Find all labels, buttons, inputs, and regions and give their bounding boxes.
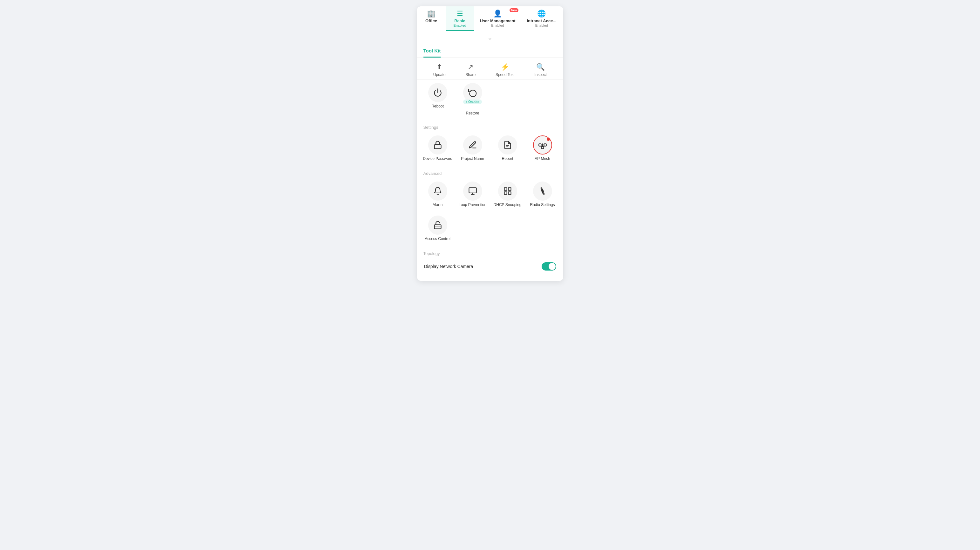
tab-basic[interactable]: ☰ Basic Enabled xyxy=(446,6,474,31)
tab-intranet-access[interactable]: 🌐 Intranet Acce... Enabled xyxy=(521,6,562,31)
ap-mesh-label: AP Mesh xyxy=(535,156,550,161)
intranet-icon: 🌐 xyxy=(537,10,546,18)
settings-ap-mesh[interactable]: AP Mesh xyxy=(525,132,560,164)
dhcp-snooping-label: DHCP Snooping xyxy=(494,202,522,207)
advanced-access-control[interactable]: Access Control xyxy=(420,212,455,244)
alarm-label: Alarm xyxy=(433,202,442,207)
display-network-camera-label: Display Network Camera xyxy=(424,264,473,269)
svg-rect-13 xyxy=(508,188,511,190)
svg-rect-15 xyxy=(508,192,511,194)
action-reboot[interactable]: Reboot xyxy=(420,80,455,118)
device-password-icon-circle xyxy=(428,136,447,155)
access-control-label: Access Control xyxy=(425,236,450,242)
project-name-label: Project Name xyxy=(461,156,484,161)
access-control-icon-circle xyxy=(428,215,447,234)
advanced-grid: Alarm Loop Prevention xyxy=(417,179,563,213)
access-control-grid: Access Control xyxy=(417,212,563,247)
action-restore[interactable]: ↕ On-site Restore xyxy=(455,80,490,118)
tab-user-mgmt-subtitle: Enabled xyxy=(491,24,504,27)
svg-rect-1 xyxy=(434,145,441,149)
advanced-radio-settings[interactable]: Radio Settings xyxy=(525,179,560,210)
action-update[interactable]: ⬆ Update xyxy=(433,63,446,77)
speed-test-label: Speed Test xyxy=(496,72,515,77)
chevron-down-icon: ⌄ xyxy=(487,34,493,41)
tab-basic-title: Basic xyxy=(454,18,465,23)
radio-settings-icon-circle xyxy=(533,182,552,201)
new-badge: New xyxy=(509,8,519,12)
advanced-loop-prevention[interactable]: Loop Prevention xyxy=(455,179,490,210)
chevron-row[interactable]: ⌄ xyxy=(417,31,563,44)
on-site-badge: ↕ On-site xyxy=(463,99,482,104)
action-inspect[interactable]: 🔍 Inspect xyxy=(534,63,547,77)
settings-report[interactable]: Report xyxy=(490,132,525,164)
settings-grid: Device Password Project Name xyxy=(417,132,563,167)
action-share[interactable]: ↗ Share xyxy=(465,63,476,77)
alarm-icon-circle xyxy=(428,182,447,201)
reboot-icon-circle xyxy=(428,83,447,102)
topology-section-label: Topology xyxy=(417,247,563,258)
main-content: Tool Kit ⬆ Update ↗ Share ⚡ Speed Test 🔍… xyxy=(417,44,563,281)
dhcp-snooping-icon-circle xyxy=(498,182,517,201)
basic-icon: ☰ xyxy=(457,10,463,18)
settings-device-password[interactable]: Device Password xyxy=(420,132,455,164)
app-container: 🏢 Office ☰ Basic Enabled New 👤 User Mana… xyxy=(417,6,563,281)
share-icon: ↗ xyxy=(468,63,473,71)
update-label: Update xyxy=(433,72,446,77)
restore-wrapper: ↕ On-site Restore xyxy=(463,83,482,115)
project-name-icon-circle xyxy=(463,136,482,155)
radio-settings-label: Radio Settings xyxy=(530,202,555,207)
svg-rect-12 xyxy=(504,188,507,190)
tab-user-mgmt-title: User Management xyxy=(480,18,515,23)
reboot-label: Reboot xyxy=(431,104,444,108)
speed-test-icon: ⚡ xyxy=(501,63,509,71)
tab-office[interactable]: 🏢 Office xyxy=(417,6,446,31)
restore-label: Restore xyxy=(466,111,479,115)
tab-toolkit[interactable]: Tool Kit xyxy=(423,44,441,57)
svg-rect-9 xyxy=(469,188,476,193)
settings-project-name[interactable]: Project Name xyxy=(455,132,490,164)
advanced-alarm[interactable]: Alarm xyxy=(420,179,455,210)
restore-icon-circle xyxy=(463,83,482,102)
office-icon: 🏢 xyxy=(427,10,436,18)
advanced-dhcp-snooping[interactable]: DHCP Snooping xyxy=(490,179,525,210)
advanced-section-label: Advanced xyxy=(417,167,563,179)
loop-prevention-label: Loop Prevention xyxy=(459,202,486,207)
tab-basic-subtitle: Enabled xyxy=(453,24,466,27)
tab-intranet-subtitle: Enabled xyxy=(535,24,548,27)
topology-row: Display Network Camera xyxy=(417,258,563,274)
report-label: Report xyxy=(501,156,513,161)
tab-office-title: Office xyxy=(425,18,437,23)
user-mgmt-icon: 👤 xyxy=(493,10,502,18)
share-label: Share xyxy=(465,72,476,77)
device-password-label: Device Password xyxy=(423,156,452,161)
settings-section-label: Settings xyxy=(417,121,563,132)
tabs-header: 🏢 Office ☰ Basic Enabled New 👤 User Mana… xyxy=(417,6,563,31)
svg-rect-14 xyxy=(504,192,507,194)
inspect-icon: 🔍 xyxy=(536,63,545,71)
section-tab-bar: Tool Kit xyxy=(417,44,563,58)
ap-mesh-icon-circle xyxy=(533,136,552,155)
reboot-restore-row: Reboot ↕ On-site Restore xyxy=(417,80,563,121)
action-row: ⬆ Update ↗ Share ⚡ Speed Test 🔍 Inspect xyxy=(417,58,563,80)
display-network-camera-toggle[interactable] xyxy=(542,262,556,271)
update-icon: ⬆ xyxy=(436,63,442,71)
tab-intranet-title: Intranet Acce... xyxy=(527,18,556,23)
tab-user-management[interactable]: New 👤 User Management Enabled xyxy=(474,6,521,31)
action-speed-test[interactable]: ⚡ Speed Test xyxy=(496,63,515,77)
loop-prevention-icon-circle xyxy=(463,182,482,201)
report-icon-circle xyxy=(498,136,517,155)
inspect-label: Inspect xyxy=(534,72,547,77)
